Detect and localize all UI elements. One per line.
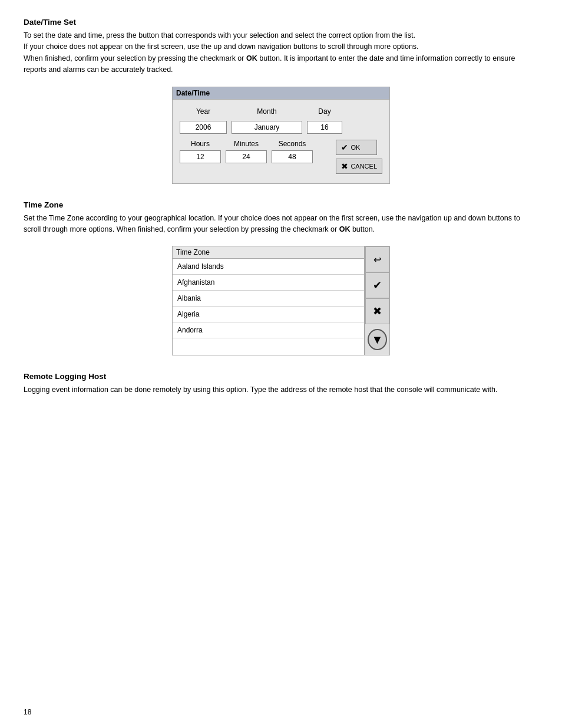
- timezone-body: Set the Time Zone according to your geog…: [24, 213, 538, 236]
- minutes-value[interactable]: 24: [226, 150, 267, 163]
- seconds-label: Seconds: [272, 140, 313, 148]
- hours-label: Hours: [180, 140, 221, 148]
- datetime-title: Date/Time Set: [24, 18, 538, 27]
- cancel-icon: ✖: [341, 162, 348, 171]
- datetime-dialog-content: Year Month Day 2006 January 16 Hours Min…: [173, 100, 389, 177]
- checkmark-icon: ✔: [341, 143, 348, 152]
- page-number: 18: [24, 708, 31, 716]
- timezone-section: Time Zone Set the Time Zone according to…: [24, 200, 538, 356]
- minutes-label: Minutes: [226, 140, 267, 148]
- time-fields-container: Hours Minutes Seconds 12 24 48: [180, 140, 331, 174]
- datetime-date-grid: Year Month Day 2006 January 16: [180, 106, 382, 134]
- datetime-body2: If your choice does not appear on the fi…: [24, 42, 419, 51]
- month-label: Month: [232, 106, 302, 117]
- timezone-titlebar: Time Zone: [173, 246, 364, 259]
- datetime-body3: When finished, confirm your selection by…: [24, 54, 515, 74]
- time-row-container: Hours Minutes Seconds 12 24 48 ✔: [180, 140, 382, 174]
- timezone-item-4[interactable]: Andorra: [173, 322, 364, 338]
- timezone-item-0[interactable]: Aaland Islands: [173, 259, 364, 275]
- datetime-dialog-wrapper: Date/Time Year Month Day 2006 January 16…: [24, 87, 538, 184]
- timezone-ok-button[interactable]: ✔: [365, 272, 389, 298]
- timezone-dialog-wrapper: Time Zone Aaland Islands Afghanistan Alb…: [24, 246, 538, 355]
- remote-logging-body: Logging event information can be done re…: [24, 384, 538, 396]
- year-value[interactable]: 2006: [180, 121, 227, 134]
- datetime-dialog: Date/Time Year Month Day 2006 January 16…: [172, 87, 390, 184]
- timezone-item-1[interactable]: Afghanistan: [173, 275, 364, 291]
- timezone-cancel-button[interactable]: ✖: [365, 298, 389, 324]
- hours-value[interactable]: 12: [180, 150, 221, 163]
- timezone-list-panel: Time Zone Aaland Islands Afghanistan Alb…: [173, 246, 365, 355]
- timezone-btn-col: ↩ ✔ ✖ ▼: [365, 246, 389, 355]
- timezone-title: Time Zone: [24, 200, 538, 209]
- ok-button[interactable]: ✔ OK: [336, 140, 377, 155]
- time-labels-row: Hours Minutes Seconds: [180, 140, 331, 148]
- timezone-dialog: Time Zone Aaland Islands Afghanistan Alb…: [172, 246, 390, 355]
- remote-logging-section: Remote Logging Host Logging event inform…: [24, 372, 538, 396]
- timezone-back-button[interactable]: ↩: [365, 246, 389, 272]
- cancel-button[interactable]: ✖ CANCEL: [336, 159, 382, 174]
- day-label: Day: [307, 106, 342, 117]
- seconds-value[interactable]: 48: [272, 150, 313, 163]
- datetime-titlebar: Date/Time: [173, 87, 389, 100]
- timezone-down-btn-wrapper: ▼: [365, 324, 389, 355]
- day-value[interactable]: 16: [307, 121, 342, 134]
- datetime-section: Date/Time Set To set the date and time, …: [24, 18, 538, 184]
- time-values-row: 12 24 48: [180, 150, 331, 163]
- datetime-body1: To set the date and time, press the butt…: [24, 31, 415, 39]
- timezone-item-2[interactable]: Albania: [173, 291, 364, 307]
- year-label: Year: [180, 106, 227, 117]
- timezone-item-3[interactable]: Algeria: [173, 307, 364, 322]
- datetime-buttons: ✔ OK ✖ CANCEL: [336, 140, 382, 174]
- datetime-body: To set the date and time, press the butt…: [24, 30, 538, 76]
- remote-logging-title: Remote Logging Host: [24, 372, 538, 381]
- month-value[interactable]: January: [232, 121, 302, 134]
- timezone-down-button[interactable]: ▼: [368, 329, 387, 350]
